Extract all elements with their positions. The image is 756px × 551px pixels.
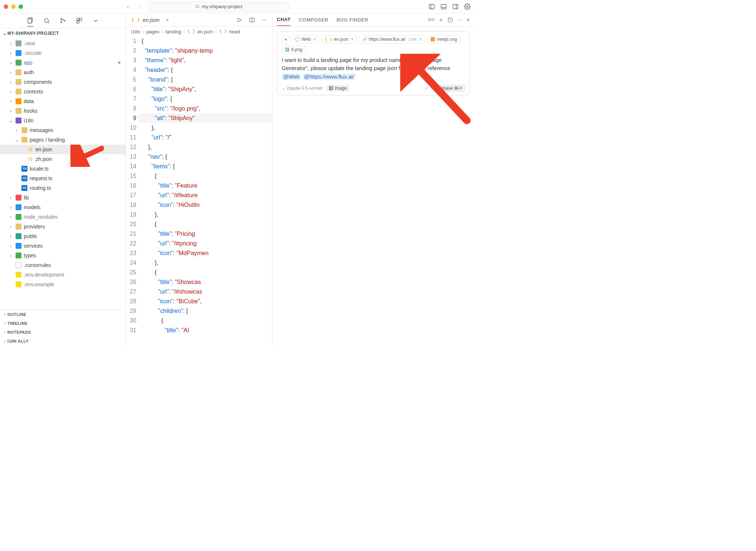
section-notepads[interactable]: ›NOTEPADS: [0, 328, 126, 337]
tree-folder-vscode[interactable]: ›.vscode: [0, 48, 126, 58]
tab-en-json[interactable]: { } en.json ×: [126, 13, 174, 26]
code-line[interactable]: 23 "icon": "MdPaymen: [126, 248, 272, 258]
more-icon[interactable]: ⋯: [262, 17, 267, 23]
tree-file-zh-json[interactable]: zh.json: [0, 154, 126, 164]
tree-folder-data[interactable]: ›data: [0, 96, 126, 106]
code-line[interactable]: 3 "theme": "light",: [126, 56, 272, 65]
code-line[interactable]: 22 "url": "/#pricing: [126, 239, 272, 248]
tree-folder-components[interactable]: ›components: [0, 77, 126, 87]
tree-folder-lib[interactable]: ›lib: [0, 193, 126, 202]
history-icon[interactable]: [447, 17, 453, 23]
close-window[interactable]: [4, 4, 8, 9]
tree-folder-pages-landing[interactable]: ⌄pages / landing: [0, 135, 126, 145]
chip-flux-url[interactable]: https://www.flux.ai/Link×: [359, 35, 425, 43]
chat-prompt-text[interactable]: I want to build a landing page for my pr…: [282, 56, 465, 81]
code-line[interactable]: 13 "nav": {: [126, 152, 272, 162]
code-line[interactable]: 21 "title": "Pricing: [126, 229, 272, 239]
code-line[interactable]: 20 {: [126, 220, 272, 229]
model-picker[interactable]: ⌄ claude-3.5-sonnet: [282, 86, 322, 91]
chip-web[interactable]: Web×: [292, 35, 319, 43]
tree-folder-i18n[interactable]: ⌄i18n: [0, 116, 126, 125]
tree-file-routing-ts[interactable]: routing.ts: [0, 183, 126, 193]
tree-folder-services[interactable]: ›services: [0, 241, 126, 251]
section-timeline[interactable]: ›TIMELINE: [0, 319, 126, 328]
close-icon[interactable]: ×: [166, 17, 169, 23]
code-line[interactable]: 31 "title": "AI: [126, 326, 272, 335]
project-header[interactable]: ⌄ MY-SHIPANY-PROJECT: [0, 28, 126, 39]
code-line[interactable]: 18 "icon": "HiOutlin: [126, 200, 272, 210]
minimize-window[interactable]: [11, 4, 16, 9]
search-panel-icon[interactable]: [43, 17, 50, 24]
code-line[interactable]: 17 "url": "/#feature: [126, 191, 272, 200]
close-panel-icon[interactable]: ×: [467, 17, 470, 23]
gear-icon[interactable]: [464, 3, 471, 10]
tab-composer[interactable]: COMPOSER: [299, 17, 328, 23]
code-line[interactable]: 19 },: [126, 210, 272, 220]
codebase-button[interactable]: codebase ⌘⏎: [431, 85, 465, 92]
code-line[interactable]: 28 "icon": "BiCube",: [126, 297, 272, 306]
layout-right-icon[interactable]: [452, 3, 459, 10]
code-line[interactable]: 26 "title": "Showcas: [126, 277, 272, 287]
code-line[interactable]: 12 },: [126, 142, 272, 152]
section-outline[interactable]: ›OUTLINE: [0, 310, 126, 319]
tree-file-en-json[interactable]: en.json: [0, 145, 126, 154]
code-editor[interactable]: 1{2 "template": "shipany-temp3 "theme": …: [126, 36, 272, 346]
nav-back-icon[interactable]: ←: [126, 4, 131, 10]
image-attach-button[interactable]: 🖼 image: [326, 85, 349, 92]
explorer-icon[interactable]: [27, 17, 34, 27]
code-line[interactable]: 4 "header": {: [126, 65, 272, 75]
mention-web[interactable]: @Web: [282, 73, 301, 80]
code-line[interactable]: 6 "title": "ShipAny",: [126, 85, 272, 94]
code-line[interactable]: 11 "url": "/": [126, 133, 272, 142]
chip-nextjs-svg[interactable]: nextjs.svg: [427, 35, 460, 43]
tab-chat[interactable]: CHAT: [277, 17, 291, 26]
send-icon[interactable]: ⏎: [425, 86, 428, 91]
more-icon[interactable]: ⋯: [458, 17, 462, 23]
add-context-button[interactable]: +: [282, 35, 290, 43]
tree-folder-types[interactable]: ›types: [0, 251, 126, 260]
code-line[interactable]: 25 {: [126, 268, 272, 277]
layout-left-icon[interactable]: [428, 3, 435, 10]
new-chat-icon[interactable]: +: [439, 16, 443, 24]
section-i18n-ally[interactable]: ›I18N ALLY: [0, 337, 126, 346]
code-line[interactable]: 29 "children": [: [126, 306, 272, 316]
tree-folder-next[interactable]: ›.next: [0, 39, 126, 48]
tab-bugfinder[interactable]: BUG FINDER: [336, 17, 368, 23]
code-line[interactable]: 2 "template": "shipany-temp: [126, 46, 272, 56]
source-control-icon[interactable]: [60, 17, 66, 24]
chip-en-json[interactable]: { }en.json×: [321, 35, 357, 43]
chip-6png[interactable]: 🖼6.png: [282, 46, 306, 54]
code-line[interactable]: 5 "brand": {: [126, 75, 272, 85]
code-line[interactable]: 9 "alt": "ShipAny": [126, 113, 272, 123]
code-line[interactable]: 7 "logo": {: [126, 94, 272, 104]
code-line[interactable]: 24 },: [126, 258, 272, 268]
tree-folder-messages[interactable]: ›messages: [0, 125, 126, 135]
nav-forward-icon[interactable]: →: [138, 4, 143, 10]
code-line[interactable]: 14 "items": [: [126, 162, 272, 171]
tree-file-locale-ts[interactable]: locale.ts: [0, 164, 126, 174]
tree-folder-models[interactable]: ›models: [0, 202, 126, 212]
code-line[interactable]: 27 "url": "/#showcas: [126, 287, 272, 297]
tree-file-env-example[interactable]: .env.example: [0, 280, 126, 289]
tree-folder-public[interactable]: ›public: [0, 231, 126, 241]
remove-chip-icon[interactable]: ×: [313, 37, 316, 42]
code-line[interactable]: 15 {: [126, 171, 272, 181]
code-line[interactable]: 16 "title": "Feature: [126, 181, 272, 191]
extensions-icon[interactable]: [76, 17, 83, 24]
remove-chip-icon[interactable]: ×: [351, 37, 354, 42]
code-line[interactable]: 30 {: [126, 316, 272, 326]
layout-bottom-icon[interactable]: [440, 3, 447, 10]
code-line[interactable]: 1{: [126, 36, 272, 46]
maximize-window[interactable]: [19, 4, 23, 9]
tree-folder-providers[interactable]: ›providers: [0, 222, 126, 231]
command-center[interactable]: my-shipany-project: [148, 2, 289, 11]
tree-file-cursorrules[interactable]: .cursorrules: [0, 260, 126, 270]
tree-file-env-dev[interactable]: .env.development: [0, 270, 126, 280]
tree-folder-hooks[interactable]: ›hooks: [0, 106, 126, 116]
tree-folder-node-modules[interactable]: ›node_modules: [0, 212, 126, 222]
chevron-down-icon[interactable]: [92, 17, 99, 24]
tree-folder-contexts[interactable]: ›contexts: [0, 87, 126, 96]
tree-folder-app[interactable]: ›app: [0, 58, 126, 67]
tree-file-request-ts[interactable]: request.ts: [0, 174, 126, 183]
run-icon[interactable]: [236, 17, 242, 23]
